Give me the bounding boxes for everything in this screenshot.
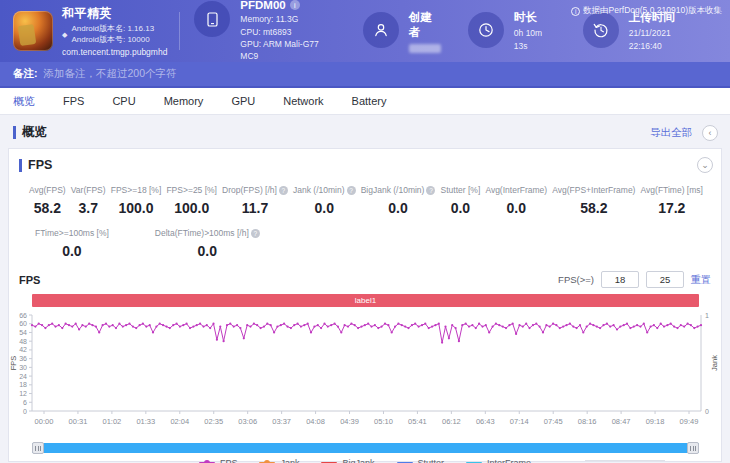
fps-panel: ⌄ FPS Avg(FPS)58.2 Var(FPS)3.7 FPS>=18 […	[8, 148, 722, 462]
reset-link[interactable]: 重置	[691, 273, 711, 287]
metric-value: 58.2	[29, 200, 66, 216]
svg-text:04:08: 04:08	[306, 417, 325, 426]
tab-gpu[interactable]: GPU	[231, 95, 255, 107]
duration-value: 0h 10m 13s	[514, 27, 557, 52]
creator-label: 创建者	[409, 10, 442, 40]
svg-text:08:16: 08:16	[578, 417, 597, 426]
metric-value: 0.0	[35, 243, 109, 259]
fps-threshold-input-2[interactable]	[646, 271, 684, 288]
metric-value: 0.0	[361, 200, 436, 216]
app-name: 和平精英	[62, 5, 167, 22]
svg-text:12: 12	[19, 390, 27, 397]
person-icon	[363, 12, 399, 48]
note-bar[interactable]: 备注: 添加备注，不超过200个字符	[0, 62, 730, 88]
tab-memory[interactable]: Memory	[164, 95, 204, 107]
svg-text:30: 30	[19, 364, 27, 371]
help-icon[interactable]: ?	[251, 229, 260, 238]
metric-tabbar: 概览 FPS CPU Memory GPU Network Battery	[0, 88, 730, 115]
fps-chart-title: FPS	[19, 274, 40, 286]
help-icon[interactable]: ?	[279, 186, 288, 195]
metric-label: Jank (/10min)	[293, 185, 345, 195]
metric-label: FPS>=25 [%]	[166, 185, 217, 195]
svg-text:01:02: 01:02	[103, 417, 122, 426]
tab-battery[interactable]: Battery	[352, 95, 387, 107]
info-icon: i	[571, 7, 580, 16]
history-icon	[583, 12, 619, 48]
help-icon[interactable]: ?	[426, 186, 435, 195]
chart-range-scrollbar[interactable]	[32, 443, 699, 453]
svg-text:02:35: 02:35	[204, 417, 223, 426]
fps-threshold-controls: FPS(>=) 重置	[558, 271, 711, 288]
range-handle-left[interactable]	[32, 442, 44, 454]
help-icon[interactable]: ?	[347, 186, 356, 195]
collapse-panel-button[interactable]: ⌄	[697, 157, 713, 173]
metric-label: Delta(FTime)>100ms [/h]	[155, 228, 249, 238]
svg-text:0: 0	[705, 408, 709, 415]
svg-text:18: 18	[19, 381, 27, 388]
clock-icon	[468, 12, 504, 48]
svg-text:0: 0	[23, 408, 27, 415]
legend-label: BigJank	[342, 458, 374, 463]
duration-info: 时长 0h 10m 13s	[468, 10, 557, 52]
overview-header-row: 概览 导出全部 ‹	[8, 124, 722, 141]
tab-network[interactable]: Network	[283, 95, 323, 107]
metric-value: 100.0	[111, 200, 162, 216]
tab-fps[interactable]: FPS	[63, 95, 84, 107]
collapse-left-button[interactable]: ‹	[702, 125, 718, 141]
svg-text:1: 1	[705, 312, 709, 319]
svg-text:00:00: 00:00	[35, 417, 54, 426]
svg-text:07:45: 07:45	[544, 417, 563, 426]
metric-value: 3.7	[71, 200, 106, 216]
band-label: label1	[355, 296, 376, 305]
metric-value: 0.0	[485, 200, 547, 216]
section-accent-bar	[19, 159, 22, 172]
svg-text:42: 42	[19, 346, 27, 353]
legend-item-fps[interactable]: FPS	[199, 458, 238, 463]
svg-text:02:04: 02:04	[170, 417, 189, 426]
fps-metrics-row1: Avg(FPS)58.2 Var(FPS)3.7 FPS>=18 [%]100.…	[9, 172, 721, 216]
phone-icon	[194, 1, 230, 37]
svg-text:03:06: 03:06	[238, 417, 257, 426]
metric-label: Avg(FPS)	[29, 185, 66, 195]
range-handle-right[interactable]	[687, 442, 699, 454]
export-all-link[interactable]: 导出全部	[650, 126, 692, 140]
legend-item-stutter[interactable]: Stutter	[397, 458, 445, 463]
upload-value: 21/11/2021 22:16:40	[629, 27, 704, 52]
metric-value: 17.2	[641, 200, 703, 216]
svg-text:06:12: 06:12	[442, 417, 461, 426]
chart-annotation-band: label1	[32, 294, 699, 307]
legend-item-jank[interactable]: Jank	[259, 458, 299, 463]
creator-info: 创建者	[363, 10, 442, 53]
metric-label: BigJank (/10min)	[361, 185, 425, 195]
metric-label: Stutter [%]	[441, 185, 481, 195]
fps-metrics-row2: FTime>=100ms [%]0.0 Delta(FTime)>100ms […	[9, 216, 721, 259]
app-package: com.tencent.tmgp.pubgmhd	[62, 47, 167, 57]
android-version-name: Android版本名: 1.16.13	[71, 24, 154, 34]
metric-value: 0.0	[441, 200, 481, 216]
svg-text:FPS: FPS	[9, 356, 18, 371]
game-app-icon	[13, 11, 53, 51]
legend-label: Stutter	[418, 458, 445, 463]
android-icon: ◆	[62, 31, 67, 39]
fps-threshold-label: FPS(>=)	[558, 274, 594, 285]
fps-chart[interactable]: 061218243036424854606601FPSJank00:0000:3…	[9, 307, 721, 441]
tab-overview[interactable]: 概览	[13, 94, 35, 109]
legend-item-interframe[interactable]: InterFrame	[466, 458, 531, 463]
tab-cpu[interactable]: CPU	[112, 95, 135, 107]
metric-label: FPS>=18 [%]	[111, 185, 162, 195]
fps-line-chart[interactable]: 061218243036424854606601FPSJank00:0000:3…	[9, 307, 723, 437]
fps-threshold-input-1[interactable]	[601, 271, 639, 288]
metric-value: 58.2	[552, 200, 635, 216]
metric-value: 11.7	[222, 200, 288, 216]
note-placeholder: 添加备注，不超过200个字符	[44, 67, 177, 81]
svg-text:03:37: 03:37	[272, 417, 291, 426]
device-info-icon[interactable]: i	[290, 0, 300, 10]
svg-text:05:41: 05:41	[408, 417, 427, 426]
device-info: PFDM00 i Memory: 11.3G CPU: mt6893 GPU: …	[194, 0, 336, 63]
metric-value: 100.0	[166, 200, 217, 216]
data-source-text: 数据由PerfDog(5.0.210910)版本收集	[583, 5, 722, 17]
header-divider	[179, 12, 180, 50]
svg-text:08:47: 08:47	[612, 417, 631, 426]
legend-item-bigjank[interactable]: BigJank	[321, 458, 374, 463]
legend-label: FPS	[220, 458, 238, 463]
